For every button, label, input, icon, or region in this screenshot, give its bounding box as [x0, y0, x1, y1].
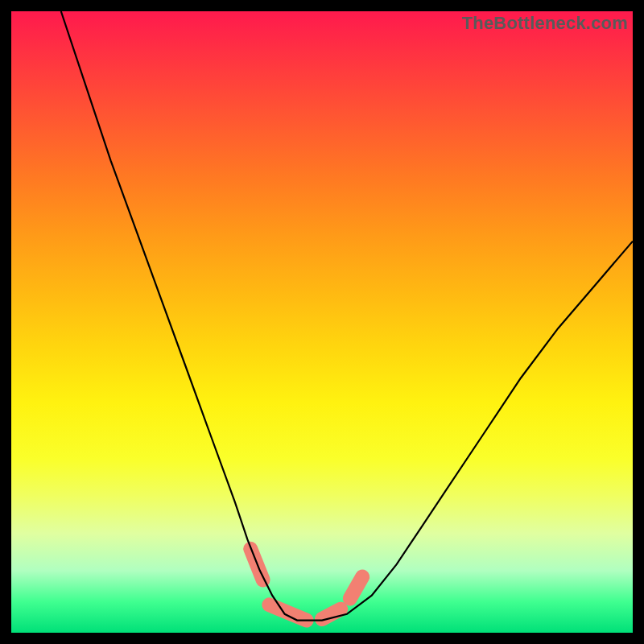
plot-area: [11, 11, 633, 633]
chart-frame: TheBottleneck.com: [0, 0, 644, 644]
chart-svg: [11, 11, 633, 633]
bottleneck-curve: [61, 11, 633, 621]
watermark-text: TheBottleneck.com: [462, 13, 628, 34]
trough-segment: [350, 577, 362, 599]
trough-segment: [269, 605, 306, 620]
